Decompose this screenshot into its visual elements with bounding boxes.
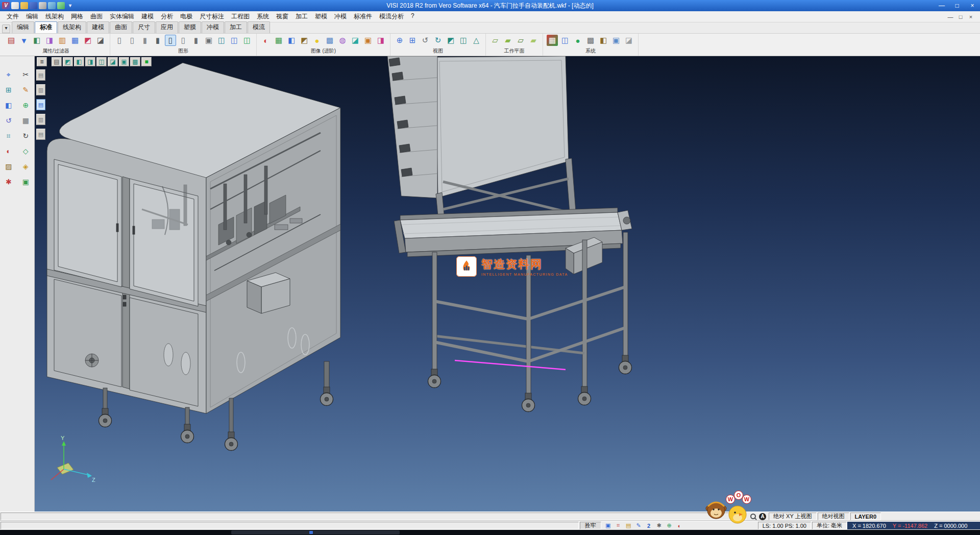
assembly-machine-model[interactable] xyxy=(47,63,340,451)
active-layer-indicator[interactable]: LAYER0 xyxy=(850,513,881,520)
dynamic-rotate-icon[interactable]: ↻ xyxy=(432,35,444,46)
offset-tool-icon[interactable]: ⊕ xyxy=(20,100,31,110)
select-tool-icon[interactable]: ⌖ xyxy=(4,69,14,80)
clipboard-icon-4[interactable]: ▥ xyxy=(36,114,45,125)
options-icon[interactable]: ◧ xyxy=(598,35,609,46)
menu-item-electrode[interactable]: 电极 xyxy=(177,11,196,22)
color-palette-icon[interactable]: ▦ xyxy=(547,35,558,46)
tab-die[interactable]: 冲模 xyxy=(202,21,224,33)
entity-filter-icon[interactable]: ◪ xyxy=(95,35,106,46)
trim-tool-icon[interactable]: ✂ xyxy=(20,69,31,80)
mdi-minimize-button[interactable]: — xyxy=(945,14,955,20)
shaded-cube-icon[interactable]: ■ xyxy=(141,57,152,66)
tab-surface[interactable]: 曲面 xyxy=(110,21,132,33)
perspective-view-icon[interactable]: △ xyxy=(471,35,482,46)
workplane-3points-icon[interactable]: ▱ xyxy=(515,35,526,46)
workplane-standard-icon[interactable]: ▱ xyxy=(489,35,501,46)
menu-item-edit[interactable]: 编辑 xyxy=(22,11,42,22)
mirror-tool-icon[interactable]: ◧ xyxy=(4,100,14,110)
solid-box-icon[interactable]: ◫ xyxy=(216,35,227,46)
tab-wireframe[interactable]: 线架构 xyxy=(58,21,86,33)
section-view-icon[interactable]: ◪ xyxy=(350,35,361,46)
bottom-view-icon[interactable]: ▩ xyxy=(130,57,140,66)
menu-item-help[interactable]: ? xyxy=(407,11,418,22)
tab-edit[interactable]: 编辑 xyxy=(12,21,34,33)
copy-attributes-icon[interactable]: ◧ xyxy=(31,35,42,46)
left-view-icon[interactable]: ▣ xyxy=(119,57,129,66)
back-view-icon[interactable]: ◪ xyxy=(108,57,118,66)
tab-mold[interactable]: 塑膜 xyxy=(179,21,201,33)
export-icon[interactable] xyxy=(57,2,65,9)
database-icon[interactable]: ▣ xyxy=(610,35,622,46)
dynamic-view-icon[interactable]: ▯ xyxy=(165,35,176,46)
quick-access-arrow-icon[interactable]: ▾ xyxy=(66,2,74,9)
clipboard-icon-1[interactable]: ▤ xyxy=(36,69,45,81)
properties-icon[interactable]: ▤ xyxy=(6,35,17,46)
menu-item-die[interactable]: 冲模 xyxy=(331,11,350,22)
render-box-icon[interactable]: ◫ xyxy=(241,35,253,46)
snapshot-icon[interactable]: ▣ xyxy=(362,35,374,46)
texture-icon[interactable]: ▦ xyxy=(273,35,284,46)
tab-modeling[interactable]: 建模 xyxy=(87,21,109,33)
color-filter-icon[interactable]: ◩ xyxy=(82,35,93,46)
tab-dropdown-button[interactable]: ▾ xyxy=(2,25,10,33)
clipboard-icon-3[interactable]: ▤ xyxy=(36,99,45,110)
view-cube-icon[interactable]: ◩ xyxy=(445,35,456,46)
edit-tool-icon[interactable]: ✎ xyxy=(20,85,31,95)
menu-item-window[interactable]: 视窗 xyxy=(273,11,292,22)
preview-icon[interactable] xyxy=(48,2,56,9)
close-button[interactable]: × xyxy=(965,0,980,11)
status-settings-icon[interactable]: ✱ xyxy=(655,522,664,529)
menu-item-mold[interactable]: 塑模 xyxy=(311,11,331,22)
taskbar-app-icon[interactable] xyxy=(309,531,313,534)
view-menu-icon[interactable]: ≡ xyxy=(37,57,47,66)
rotate-tool-icon[interactable]: ↺ xyxy=(4,115,14,126)
grid-settings-icon[interactable]: ▩ xyxy=(585,35,596,46)
save-icon[interactable] xyxy=(30,2,37,9)
zoom-window-icon[interactable]: ⊞ xyxy=(407,35,418,46)
materials-icon[interactable]: ◍ xyxy=(337,35,348,46)
diamond-tool-icon[interactable]: ◇ xyxy=(20,146,31,156)
menu-item-file[interactable]: 文件 xyxy=(3,11,22,22)
status-magnet-icon[interactable]: ◐ xyxy=(675,522,684,529)
cylinder-display-icon[interactable]: ▯ xyxy=(178,35,189,46)
status-profile-icon[interactable]: 2 xyxy=(645,522,653,529)
tab-machining[interactable]: 加工 xyxy=(225,21,247,33)
layer-tool-icon[interactable]: ▣ xyxy=(20,177,31,187)
menu-item-mesh[interactable]: 网格 xyxy=(67,11,87,22)
lights-icon[interactable]: ● xyxy=(311,35,323,46)
front-view-icon[interactable]: ◨ xyxy=(85,57,95,66)
redraw-icon[interactable]: ▯ xyxy=(114,35,125,46)
shaded-view-icon[interactable]: ▮ xyxy=(152,35,163,46)
viewport-canvas[interactable]: Y Z xyxy=(35,56,980,512)
menu-item-solid-edit[interactable]: 实体编辑 xyxy=(106,11,138,22)
taskbar-app-strip[interactable] xyxy=(231,530,400,534)
menu-item-surface[interactable]: 曲面 xyxy=(87,11,106,22)
status-edit-icon[interactable]: ✎ xyxy=(634,522,643,529)
star-tool-icon[interactable]: ✱ xyxy=(4,177,14,187)
lock-toggle-button[interactable]: 拴牢 xyxy=(580,522,601,529)
zoom-fit-icon[interactable]: ⊕ xyxy=(394,35,405,46)
menu-item-analysis[interactable]: 分析 xyxy=(157,11,177,22)
wireframe-view-icon[interactable]: ▯ xyxy=(127,35,138,46)
assembly-box-icon[interactable]: ◫ xyxy=(229,35,240,46)
zoom-previous-icon[interactable]: ↺ xyxy=(420,35,431,46)
menu-item-moldflow[interactable]: 模流分析 xyxy=(376,11,407,22)
clipboard-icon-5[interactable]: ▤ xyxy=(36,129,45,140)
coordinate-mode-indicator[interactable]: 绝对 XY 上视图 xyxy=(769,513,817,520)
status-layers-icon[interactable]: ▤ xyxy=(624,522,633,529)
clipboard-icon-2[interactable]: ▥ xyxy=(36,84,45,95)
globe-icon[interactable]: ● xyxy=(572,35,583,46)
measure-tool-icon[interactable]: ⌗ xyxy=(4,131,14,141)
transparency-icon[interactable]: ◧ xyxy=(286,35,297,46)
viewport[interactable]: Y Z ≡▤◩◧◨◫◪▣▩■ ▤▥▤▥▤ 智造资料网 INTELLIGENT M… xyxy=(35,56,980,512)
minimize-button[interactable]: — xyxy=(934,0,949,11)
workplane-entity-icon[interactable]: ▰ xyxy=(502,35,513,46)
prism-display-icon[interactable]: ▮ xyxy=(190,35,202,46)
menu-item-modeling[interactable]: 建模 xyxy=(138,11,157,22)
tab-standard[interactable]: 标准 xyxy=(35,21,57,33)
iso-view-icon[interactable]: ◩ xyxy=(63,57,73,66)
top-view-icon[interactable]: ◧ xyxy=(74,57,84,66)
conveyor-cart-model[interactable] xyxy=(387,56,632,412)
named-views-icon[interactable]: ◫ xyxy=(458,35,469,46)
